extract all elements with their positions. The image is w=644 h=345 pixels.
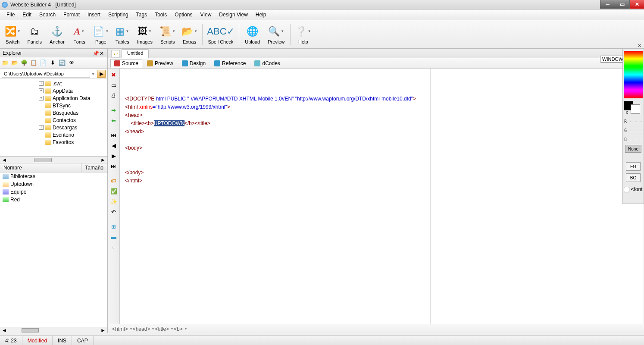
close-panel-icon[interactable]: ✕ [100, 50, 105, 56]
app-icon [2, 2, 8, 8]
print-icon[interactable]: 🖨 [109, 91, 118, 100]
indent-right-icon[interactable]: ➡ [109, 106, 118, 114]
window-icon[interactable]: ▭ [109, 81, 118, 89]
x-label: X [625, 110, 628, 115]
cancel-icon[interactable]: ✖ [109, 70, 118, 79]
breadcrumb-item[interactable]: <html> [112, 326, 128, 332]
breadcrumb-item[interactable]: <head> [133, 326, 150, 332]
tree-node[interactable]: +Application Data [0, 94, 107, 102]
g-value: G - - - [624, 128, 642, 133]
menu-tags[interactable]: Tags [132, 10, 151, 19]
tree-icon[interactable]: 🌳 [20, 59, 28, 67]
undo-icon[interactable]: ↶ [109, 207, 118, 216]
explorer-title-bar: Explorer 📌 ✕ [0, 49, 107, 57]
tree-node[interactable]: Búsquedas [0, 109, 107, 116]
menu-search[interactable]: Search [35, 10, 59, 19]
minimize-button[interactable]: ─ [600, 0, 615, 9]
col-name[interactable]: Nombre [0, 163, 81, 172]
file-item[interactable]: Red [0, 196, 107, 204]
view-icon[interactable]: 👁 [67, 59, 76, 67]
toolbar-spell-check-button[interactable]: ABC✓Spell Check [204, 22, 238, 47]
go-prev-icon[interactable]: ◀ [109, 141, 118, 150]
menu-file[interactable]: File [3, 10, 19, 19]
menu-tools[interactable]: Tools [151, 10, 171, 19]
files-list[interactable]: BibliotecasUptodownEquipoRed [0, 172, 107, 327]
col-size[interactable]: Tamaño [81, 163, 107, 172]
go-last-icon[interactable]: ⏭ [109, 162, 118, 170]
download-icon[interactable]: ⬇ [48, 59, 57, 67]
tree-node[interactable]: +AppData [0, 87, 107, 94]
menu-view[interactable]: View [197, 10, 216, 19]
wand-icon[interactable]: ✨ [109, 197, 118, 206]
toolbar-extras-button[interactable]: 📂▼Extras [179, 22, 200, 47]
tree-node[interactable]: +.swt [0, 80, 107, 87]
close-color-icon[interactable]: ✕ [638, 43, 643, 48]
go-next-icon[interactable]: ▶ [109, 151, 118, 160]
toolbar-images-button[interactable]: 🖼▼Images [133, 22, 156, 47]
dropdown-icon[interactable]: ▾ [92, 71, 94, 77]
toolbar-preview-button[interactable]: 🔍▼Preview [264, 22, 288, 47]
tag-add-icon[interactable]: 🏷 [109, 176, 118, 185]
menu-options[interactable]: Options [171, 10, 196, 19]
menu-edit[interactable]: Edit [19, 10, 35, 19]
code-editor[interactable]: <!DOCTYPE html PUBLIC "-//WAPFORUM//DTD … [120, 69, 644, 324]
go-first-icon[interactable]: ⏮ [109, 131, 118, 139]
toolbar-scripts-button[interactable]: 📜▼Scripts [156, 22, 179, 47]
viewtab-design[interactable]: Design [178, 59, 209, 68]
viewtab-source[interactable]: Source [110, 59, 142, 68]
file-item[interactable]: Uptodown [0, 180, 107, 188]
toolbar-help-button[interactable]: ❔▼Help [292, 22, 314, 47]
menu-designview[interactable]: Design View [215, 10, 251, 19]
document-tab[interactable]: Untitled [122, 49, 149, 58]
color-picker[interactable] [624, 51, 643, 98]
none-button[interactable]: None [625, 145, 641, 153]
go-button[interactable]: ▶ [97, 70, 106, 78]
file-item[interactable]: Equipo [0, 188, 107, 196]
breadcrumb-item[interactable]: <b> [174, 326, 183, 332]
toolbar-tables-button[interactable]: ▦▼Tables [112, 22, 133, 47]
toolbar-anchor-button[interactable]: ⚓Anchor [46, 22, 69, 47]
maximize-button[interactable]: ▭ [615, 0, 629, 9]
menu-scripting[interactable]: Scripting [104, 10, 132, 19]
copy-icon[interactable]: 📋 [29, 59, 38, 67]
path-input[interactable] [2, 70, 90, 78]
new-folder-icon[interactable]: 📂 [10, 59, 19, 67]
pin-icon[interactable]: 📌 [93, 50, 98, 56]
swatch-white[interactable] [631, 104, 640, 114]
folder-tree[interactable]: +.swt+AppData+Application DataBTSyncBúsq… [0, 79, 107, 157]
toolbar-fonts-button[interactable]: A▼Fonts [69, 22, 90, 47]
paste-icon[interactable]: 📄 [39, 59, 47, 67]
row-icon[interactable]: ▬ [109, 232, 118, 241]
files-scrollbar[interactable]: ◄► [0, 327, 107, 333]
tree-node[interactable]: +Descargas [0, 124, 107, 131]
indent-left-icon[interactable]: ⬅ [109, 116, 118, 125]
viewtab-preview[interactable]: Preview [143, 59, 177, 68]
viewtab-reference[interactable]: Reference [210, 59, 250, 68]
tree-node[interactable]: Contactos [0, 116, 107, 124]
breadcrumb-item[interactable]: <title> [155, 326, 169, 332]
menu-help[interactable]: Help [252, 10, 270, 19]
close-button[interactable]: ✕ [629, 0, 644, 9]
menu-format[interactable]: Format [59, 10, 84, 19]
file-item[interactable]: Bibliotecas [0, 172, 107, 180]
toolbar-switch-button[interactable]: 🔀▼Switch [2, 22, 23, 47]
dot-icon[interactable]: ▫ [109, 243, 118, 251]
fg-button[interactable]: FG [626, 162, 641, 171]
layout-icon[interactable]: ⊞ [109, 222, 118, 231]
refresh-icon[interactable]: 🔄 [58, 59, 66, 67]
font-checkbox[interactable]: <font [624, 186, 642, 192]
toolbar-upload-button[interactable]: 🌐Upload [241, 22, 264, 47]
tree-scrollbar[interactable]: ◄► [0, 157, 107, 163]
tag-check-icon[interactable]: ✅ [109, 187, 118, 195]
toolbar-panels-button[interactable]: 🗂Panels [23, 22, 46, 47]
tree-node[interactable]: BTSync [0, 102, 107, 109]
menu-insert[interactable]: Insert [84, 10, 104, 19]
bg-button[interactable]: BG [626, 173, 641, 182]
nav-back-icon[interactable]: ↩ [111, 50, 120, 58]
viewtab-dcodes[interactable]: dCodes [250, 59, 284, 68]
tree-node[interactable]: Escritorio [0, 131, 107, 138]
folder-icon[interactable]: 📁 [1, 59, 9, 67]
toolbar-page-button[interactable]: 📄▼Page [90, 22, 112, 47]
statusbar: 4: 23 Modified INS CAP [0, 336, 644, 345]
tree-node[interactable]: Favoritos [0, 138, 107, 146]
